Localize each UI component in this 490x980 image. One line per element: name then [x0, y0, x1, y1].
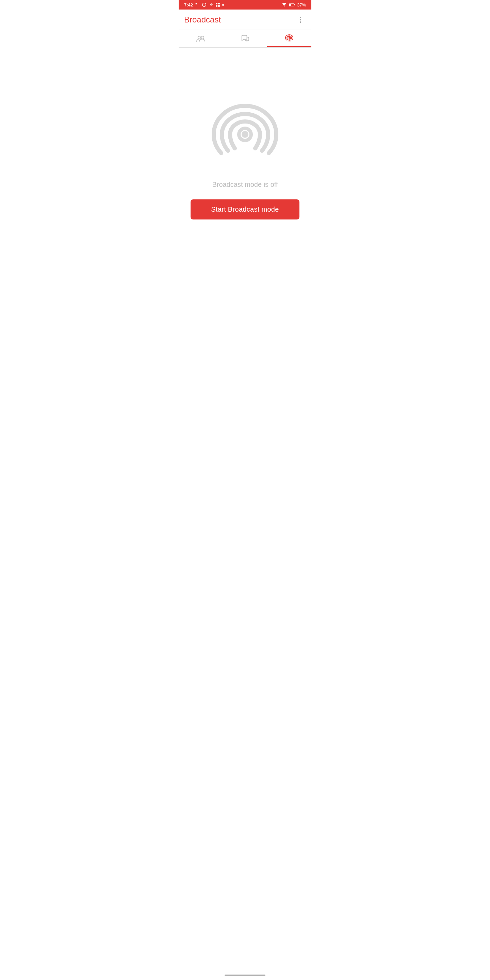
- svg-point-11: [198, 36, 201, 39]
- broadcast-tab-icon: [285, 34, 294, 43]
- broadcast-status-text: Broadcast mode is off: [212, 181, 278, 189]
- status-time: 7:42: [184, 2, 193, 8]
- share-icon: [208, 2, 213, 7]
- battery-percentage: 37%: [297, 2, 306, 8]
- svg-rect-10: [294, 4, 295, 5]
- svg-rect-3: [216, 3, 218, 5]
- main-content: Broadcast mode is off Start Broadcast mo…: [179, 48, 311, 266]
- notification-icon: [195, 2, 200, 7]
- svg-point-1: [202, 3, 206, 7]
- svg-rect-9: [289, 4, 291, 6]
- more-dot-1: [300, 17, 301, 18]
- svg-rect-4: [218, 3, 220, 5]
- circle-icon: [202, 2, 207, 7]
- contacts-icon: [196, 34, 205, 43]
- chats-icon: [240, 34, 250, 43]
- broadcast-off-illustration: [211, 100, 279, 181]
- status-bar: 7:42: [179, 0, 311, 10]
- tab-broadcast[interactable]: [267, 30, 311, 47]
- more-dot-3: [300, 21, 301, 23]
- tab-contacts[interactable]: [179, 30, 223, 47]
- app-title: Broadcast: [184, 15, 221, 24]
- svg-rect-0: [196, 3, 197, 5]
- status-bar-left: 7:42: [184, 2, 224, 8]
- start-broadcast-button[interactable]: Start Broadcast mode: [191, 199, 299, 220]
- status-dot: [222, 4, 224, 6]
- more-dot-2: [300, 19, 301, 21]
- tab-bar: [179, 30, 311, 48]
- more-options-button[interactable]: [295, 14, 306, 25]
- battery-icon: [289, 3, 295, 7]
- svg-point-12: [201, 36, 204, 39]
- wifi-icon: [282, 2, 287, 7]
- grid-icon: [215, 2, 220, 7]
- svg-point-17: [242, 131, 248, 138]
- app-bar: Broadcast: [179, 10, 311, 30]
- svg-point-7: [284, 6, 285, 7]
- tab-chats[interactable]: [223, 30, 267, 47]
- svg-rect-6: [218, 5, 220, 7]
- status-bar-right: 37%: [282, 2, 306, 8]
- svg-rect-5: [216, 5, 218, 7]
